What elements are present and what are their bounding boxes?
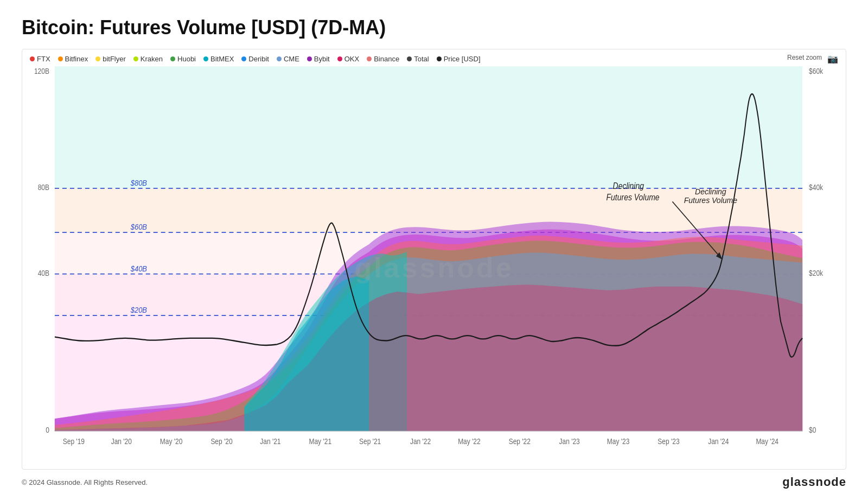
legend-dot: [170, 56, 175, 61]
reset-zoom-button[interactable]: Reset zoom: [787, 54, 822, 61]
legend-item-ftx[interactable]: FTX: [30, 55, 50, 63]
svg-text:$60k: $60k: [809, 67, 823, 75]
svg-text:May '22: May '22: [458, 437, 481, 446]
svg-rect-2: [55, 188, 802, 232]
legend-item-total[interactable]: Total: [407, 55, 429, 63]
svg-text:$20B: $20B: [130, 306, 147, 315]
camera-icon[interactable]: 📷: [827, 54, 838, 64]
svg-text:$20k: $20k: [809, 269, 823, 277]
legend-item-cme[interactable]: CME: [277, 55, 299, 63]
legend-dot: [307, 56, 312, 61]
legend-label: Total: [414, 55, 429, 63]
legend-dot: [367, 56, 372, 61]
legend-dot: [95, 56, 100, 61]
svg-text:120B: 120B: [34, 67, 49, 75]
legend-item-bitfinex[interactable]: Bitfinex: [58, 55, 88, 63]
svg-text:May '23: May '23: [607, 437, 630, 446]
legend-item-okx[interactable]: OKX: [337, 55, 359, 63]
chart-container: FTXBitfinexbitFlyerKrakenHuobiBitMEXDeri…: [22, 49, 846, 470]
svg-text:Jan '21: Jan '21: [260, 437, 280, 446]
legend-item-priceusd[interactable]: Price [USD]: [437, 55, 481, 63]
footer-copyright: © 2024 Glassnode. All Rights Reserved.: [22, 478, 148, 486]
legend-dot: [58, 56, 63, 61]
legend-dot: [437, 56, 442, 61]
legend-label: Deribit: [248, 55, 269, 63]
legend-label: Kraken: [141, 55, 163, 63]
legend-item-kraken[interactable]: Kraken: [133, 55, 163, 63]
svg-text:Jan '22: Jan '22: [410, 437, 431, 446]
svg-text:May '21: May '21: [309, 437, 332, 446]
svg-text:$40k: $40k: [809, 183, 823, 192]
page-wrapper: Bitcoin: Futures Volume [USD] (7D-MA) FT…: [0, 0, 868, 500]
footer: © 2024 Glassnode. All Rights Reserved. g…: [22, 475, 846, 489]
legend-dot: [30, 56, 35, 61]
svg-text:$0: $0: [809, 426, 816, 434]
svg-text:Futures Volume: Futures Volume: [607, 192, 660, 202]
svg-text:Jan '23: Jan '23: [559, 437, 580, 446]
legend-dot: [133, 56, 138, 61]
svg-text:Declining: Declining: [613, 181, 644, 191]
footer-logo: glassnode: [782, 475, 846, 489]
svg-text:0: 0: [46, 426, 49, 434]
legend-dot: [337, 56, 342, 61]
svg-text:$40B: $40B: [130, 264, 147, 273]
legend-item-bitmex[interactable]: BitMEX: [203, 55, 234, 63]
svg-text:Sep '20: Sep '20: [210, 437, 232, 446]
legend-item-bitflyer[interactable]: bitFlyer: [95, 55, 126, 63]
svg-text:Jan '20: Jan '20: [111, 437, 132, 446]
svg-text:40B: 40B: [38, 269, 49, 277]
legend-item-huobi[interactable]: Huobi: [170, 55, 196, 63]
svg-text:Sep '19: Sep '19: [63, 437, 85, 446]
svg-rect-1: [55, 66, 802, 188]
legend-dot: [277, 56, 282, 61]
svg-text:80B: 80B: [38, 183, 49, 192]
legend-label: CME: [284, 55, 299, 63]
legend-label: bitFlyer: [103, 55, 126, 63]
svg-text:Sep '21: Sep '21: [359, 437, 381, 446]
svg-text:$60B: $60B: [130, 223, 147, 232]
legend-label: FTX: [37, 55, 50, 63]
legend-label: Huobi: [177, 55, 196, 63]
svg-text:$80B: $80B: [130, 178, 147, 187]
page-title: Bitcoin: Futures Volume [USD] (7D-MA): [22, 16, 846, 39]
legend-item-binance[interactable]: Binance: [367, 55, 399, 63]
legend-label: Price [USD]: [444, 55, 481, 63]
chart-svg: $80B $60B $40B $20B 120B 80B 40B 0 $60k …: [22, 66, 846, 469]
svg-text:May '20: May '20: [160, 437, 183, 446]
chart-body: glassnode Declining Futures Volume: [22, 66, 846, 469]
svg-text:Sep '22: Sep '22: [509, 437, 531, 446]
svg-text:Jan '24: Jan '24: [708, 437, 729, 446]
svg-text:May '24: May '24: [756, 437, 778, 446]
legend-bar: FTXBitfinexbitFlyerKrakenHuobiBitMEXDeri…: [22, 49, 846, 66]
legend-label: OKX: [344, 55, 359, 63]
legend-item-bybit[interactable]: Bybit: [307, 55, 330, 63]
legend-dot: [241, 56, 246, 61]
legend-label: Bitfinex: [65, 55, 88, 63]
legend-item-deribit[interactable]: Deribit: [241, 55, 269, 63]
legend-dot: [203, 56, 208, 61]
svg-text:Sep '23: Sep '23: [658, 437, 679, 446]
legend-label: BitMEX: [210, 55, 234, 63]
legend-label: Bybit: [314, 55, 330, 63]
legend-label: Binance: [374, 55, 399, 63]
legend-dot: [407, 56, 412, 61]
